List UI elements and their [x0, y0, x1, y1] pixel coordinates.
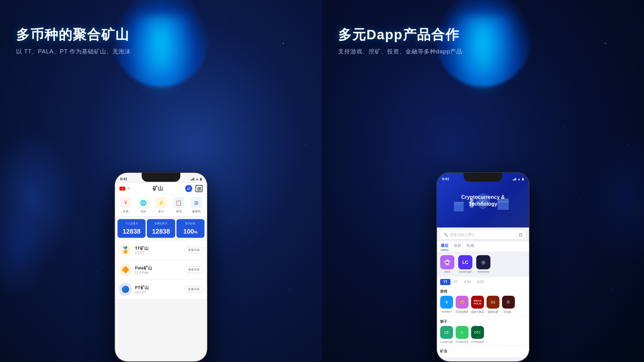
right-panel: 多元Dapp产品合作 支持游戏、挖矿、投资、金融等多种dapp产品 9:41	[322, 0, 644, 362]
status-icons: ▲ ▮	[191, 177, 202, 181]
dapp-signal-icon	[513, 177, 516, 181]
news-label: 资讯	[176, 209, 182, 214]
tab-latest[interactable]: 最新	[454, 243, 461, 250]
community-label: 社区	[140, 209, 146, 214]
chain-tt[interactable]: TT	[440, 279, 450, 285]
otcmaker-name: OTCMaker	[471, 340, 484, 343]
refresh-icon: ↻	[127, 186, 130, 191]
nav-swap-icon[interactable]: ⇄	[185, 185, 192, 192]
chain-eth[interactable]: ETH	[461, 279, 474, 285]
tab-recent[interactable]: 最近	[441, 243, 449, 250]
games-label: 游戏	[440, 289, 526, 294]
app-otcmaker[interactable]: OTC OTCMaker	[471, 326, 484, 343]
app-tokensets[interactable]: ◎ TokenSets	[476, 255, 490, 273]
supergamer-icon: SG	[487, 296, 499, 309]
app-sandbox[interactable]: S Sandbox	[440, 296, 453, 314]
chain-eos[interactable]: EOS	[474, 279, 487, 285]
dapp-tabs: 最近 最新 收藏	[437, 242, 529, 252]
menu-community[interactable]: 🌐 社区	[137, 197, 149, 214]
category-dice: 骰子 LC LocalCrypt C	[437, 317, 529, 345]
pt-icon: 🔵	[119, 283, 132, 296]
dapp-wifi-icon: ▲	[517, 177, 521, 181]
menu-bar: ¥ 交易 🌐 社区 ⚡ 算力	[115, 194, 207, 217]
category-games: 游戏 S Sandbox 🐱	[437, 287, 529, 316]
community-icon: 🌐	[137, 197, 149, 209]
chain-pt[interactable]: PT	[450, 279, 461, 285]
nav-title: 矿山	[153, 185, 163, 192]
right-phone-screen: 9:41 ▲ ▮	[437, 173, 529, 361]
pala-icon: 🔶	[119, 263, 132, 276]
app-megapolis[interactable]: MEGAPOLIS 超级大都会	[471, 296, 484, 314]
recent-apps-row: 👻 Aave LC LocalCrypt	[440, 254, 526, 274]
hashrate-label: 算力	[158, 209, 164, 214]
pt-sub: 10.2 PT	[135, 291, 185, 294]
menu-news[interactable]: 📋 资讯	[173, 197, 185, 214]
app-supergamer[interactable]: SG 超级玩家	[487, 296, 499, 314]
compound-icon: C	[456, 326, 469, 339]
news-icon: 📋	[173, 197, 185, 209]
megapolis-name: 超级大都会	[471, 310, 484, 314]
app-localcrypt[interactable]: LC LocalCrypt	[458, 255, 472, 273]
menu-trade[interactable]: ¥ 交易	[120, 197, 131, 214]
mine-item-pt: 🔵 PT矿山 10.2 PT 查看详情	[115, 280, 207, 299]
dapp-header-title: Cryptocurrency & Technology	[437, 194, 529, 208]
left-phone-container: 9:41 ▲ ▮ ★	[114, 172, 208, 362]
nav-grid-icon[interactable]: ⊞	[195, 185, 203, 192]
search-placeholder: 搜索或输入网址	[450, 232, 475, 237]
stat-personal-value: 12838	[119, 228, 144, 235]
aave-label: Aave	[444, 270, 450, 273]
tt-info: TT矿山 0.2 TT	[135, 246, 185, 255]
otcmaker-icon: OTC	[471, 326, 484, 339]
left-panel-title: 多币种的聚合矿山	[16, 26, 131, 44]
games-icons: S Sandbox 🐱 区块链萌宠	[440, 296, 526, 314]
pala-info: Pala矿山 12.8 Pala	[135, 265, 185, 274]
dapp-status-icons: ▲ ▮	[513, 177, 524, 181]
stat-ratio: 算力占比 100%	[176, 219, 204, 238]
app-blockchain5[interactable]: 区 区块链...	[502, 296, 515, 314]
dapp-status-time: 9:41	[442, 177, 449, 181]
tab-favorites[interactable]: 收藏	[467, 243, 474, 250]
app-compound[interactable]: C Compound	[456, 326, 469, 343]
stat-network-label: 全网总算力	[149, 222, 173, 225]
app-aave[interactable]: 👻 Aave	[440, 255, 454, 273]
pt-name: PT矿山	[135, 285, 185, 291]
dapp-search-bar[interactable]: 🔍 搜索或输入网址 ⊡	[440, 230, 526, 239]
nav-bar: ★ ↻ 矿山 ⇄ ⊞	[115, 183, 207, 194]
search-icon: 🔍	[443, 233, 448, 237]
mine-item-pala: 🔶 Pala矿山 12.8 Pala 查看详情	[115, 260, 207, 280]
tokensets-icon: ◎	[476, 255, 490, 269]
hashrate-icon: ⚡	[155, 197, 167, 209]
left-phone: 9:41 ▲ ▮ ★	[114, 172, 208, 362]
right-phone: 9:41 ▲ ▮	[436, 172, 530, 362]
sandbox-icon: S	[440, 296, 453, 309]
megapolis-icon: MEGAPOLIS	[471, 296, 484, 309]
pt-detail-btn[interactable]: 查看详情	[185, 286, 203, 293]
right-panel-title: 多元Dapp产品合作	[338, 26, 462, 44]
app-localcrypt2[interactable]: LC LocalCrypt	[440, 326, 453, 343]
dapp-header-text: Cryptocurrency & Technology	[437, 183, 529, 208]
left-phone-screen: 9:41 ▲ ▮ ★	[115, 173, 207, 361]
flag-icon: ★	[119, 187, 125, 190]
pala-detail-btn[interactable]: 查看详情	[185, 266, 203, 273]
left-panel: 多币种的聚合矿山 以 TT、PALA、PT 作为基础矿山、无泡沫 9:41	[0, 0, 322, 362]
app-cryptopet[interactable]: 🐱 区块链萌宠	[456, 296, 469, 314]
right-phone-container: 9:41 ▲ ▮	[436, 172, 530, 362]
stat-personal: 个人总算力 12838	[118, 219, 146, 238]
menu-invite[interactable]: ⊞ 邀请码	[191, 197, 202, 214]
localcrypt-label: LocalCrypt	[459, 270, 471, 273]
menu-hashrate[interactable]: ⚡ 算力	[155, 197, 167, 214]
tt-name: TT矿山	[135, 246, 185, 251]
tt-detail-btn[interactable]: 查看详情	[185, 247, 203, 254]
mining-label: 矿业	[440, 349, 526, 354]
aave-icon: 👻	[440, 255, 454, 269]
trade-label: 交易	[123, 209, 128, 214]
recent-apps-section: 👻 Aave LC LocalCrypt	[437, 252, 529, 276]
stat-personal-label: 个人总算力	[119, 222, 144, 225]
left-panel-subtitle: 以 TT、PALA、PT 作为基础矿山、无泡沫	[16, 48, 131, 55]
trade-icon: ¥	[120, 197, 131, 209]
stats-grid: 个人总算力 12838 全网总算力 12838 算力占比 100%	[115, 217, 207, 240]
tt-icon: 🏅	[119, 244, 132, 256]
sandbox-name: Sandbox	[441, 310, 452, 313]
blockchain5-name: 区块链...	[504, 310, 514, 314]
qr-scan-icon: ⊡	[519, 232, 523, 237]
